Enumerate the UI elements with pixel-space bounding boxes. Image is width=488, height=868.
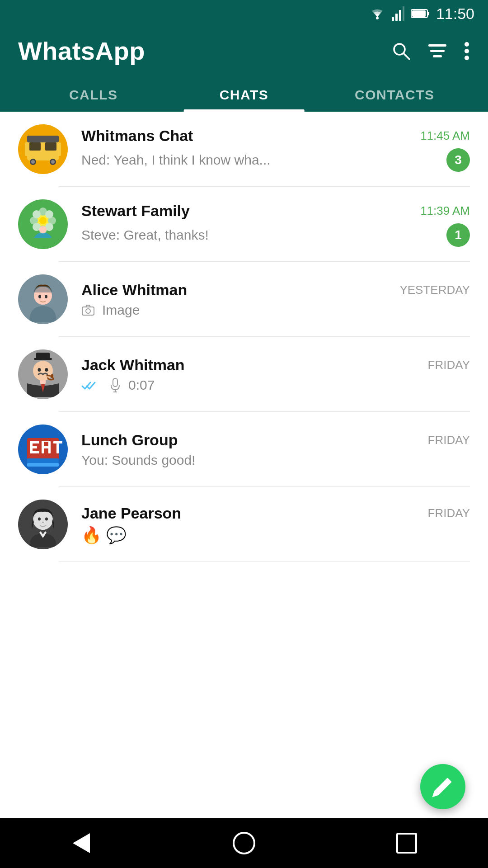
- chat-time: FRIDAY: [428, 358, 470, 372]
- chat-time: YESTERDAY: [399, 283, 470, 297]
- battery-icon: [411, 9, 430, 19]
- mic-icon: [109, 378, 121, 392]
- avatar: [18, 425, 68, 474]
- svg-point-0: [376, 17, 379, 19]
- svg-rect-66: [27, 458, 59, 463]
- list-item[interactable]: Alice Whitman YESTERDAY Image: [0, 262, 488, 337]
- chat-header-row: Whitmans Chat 11:45 AM: [81, 127, 470, 145]
- svg-point-40: [38, 295, 41, 298]
- svg-rect-11: [430, 50, 445, 52]
- svg-point-50: [45, 368, 48, 372]
- chat-content: Lunch Group FRIDAY You: Sounds good!: [81, 431, 470, 468]
- chat-header-row: Alice Whitman YESTERDAY: [81, 281, 470, 299]
- chat-name: Alice Whitman: [81, 281, 187, 299]
- svg-point-70: [35, 512, 51, 530]
- home-button[interactable]: [226, 825, 262, 861]
- chat-preview-row: Steve: Great, thanks! 1: [81, 223, 470, 247]
- svg-rect-25: [27, 136, 59, 142]
- svg-rect-51: [51, 374, 53, 378]
- chat-preview: You: Sounds good!: [81, 453, 195, 468]
- svg-point-46: [33, 361, 53, 381]
- svg-point-41: [45, 295, 47, 298]
- bottom-nav: [0, 818, 488, 868]
- chat-header-row: Jack Whitman FRIDAY: [81, 356, 470, 374]
- list-item[interactable]: Jack Whitman FRIDAY: [0, 337, 488, 412]
- back-icon: [73, 833, 90, 853]
- chat-name: Jane Pearson: [81, 505, 181, 522]
- recents-button[interactable]: [389, 825, 425, 861]
- chat-name: Stewart Family: [81, 202, 190, 220]
- svg-rect-7: [412, 10, 426, 17]
- chat-preview-row: 0:07: [81, 377, 470, 393]
- status-icons: 11:50: [369, 5, 474, 23]
- svg-rect-12: [433, 55, 442, 57]
- svg-rect-19: [29, 142, 41, 151]
- chat-content: Alice Whitman YESTERDAY Image: [81, 281, 470, 318]
- svg-point-22: [31, 160, 35, 164]
- compose-icon: [431, 775, 455, 798]
- filter-icon[interactable]: [427, 42, 447, 60]
- more-icon[interactable]: [464, 41, 470, 61]
- chat-time: 11:39 AM: [420, 204, 470, 218]
- chat-list: Whitmans Chat 11:45 AM Ned: Yeah, I thin…: [0, 112, 488, 818]
- svg-rect-63: [42, 446, 51, 448]
- camera-icon: [81, 304, 95, 316]
- chat-content: Jane Pearson FRIDAY 🔥 💬: [81, 505, 470, 545]
- svg-rect-48: [36, 353, 50, 359]
- list-item[interactable]: Stewart Family 11:39 AM Steve: Great, th…: [0, 187, 488, 262]
- chat-time: FRIDAY: [428, 433, 470, 447]
- search-icon[interactable]: [391, 41, 411, 61]
- double-check-icon: [81, 380, 102, 391]
- svg-rect-20: [45, 142, 56, 151]
- avatar: [18, 199, 68, 249]
- svg-point-49: [38, 368, 41, 372]
- chat-preview-row: You: Sounds good!: [81, 453, 470, 468]
- chat-header-row: Jane Pearson FRIDAY: [81, 505, 470, 522]
- tabs-bar: CALLS CHATS CONTACTS: [18, 76, 470, 112]
- chat-time: 11:45 AM: [420, 129, 470, 143]
- svg-rect-10: [428, 44, 446, 47]
- svg-point-24: [51, 160, 55, 164]
- svg-point-36: [39, 217, 47, 224]
- svg-rect-3: [399, 10, 401, 21]
- list-item[interactable]: Whitmans Chat 11:45 AM Ned: Yeah, I thin…: [0, 112, 488, 187]
- svg-rect-6: [427, 12, 429, 15]
- header-top: WhatsApp: [18, 36, 470, 76]
- chat-preview: Steve: Great, thanks!: [81, 227, 209, 243]
- svg-point-43: [86, 309, 90, 313]
- chat-header-row: Stewart Family 11:39 AM: [81, 202, 470, 220]
- tab-contacts[interactable]: CONTACTS: [319, 76, 470, 112]
- chat-name: Jack Whitman: [81, 356, 185, 374]
- recent-icon: [396, 833, 417, 854]
- svg-rect-1: [392, 17, 394, 21]
- app-header: WhatsApp CALLS CHA: [0, 27, 488, 112]
- list-item[interactable]: Lunch Group FRIDAY You: Sounds good!: [0, 412, 488, 487]
- svg-rect-42: [82, 307, 94, 315]
- avatar: [18, 500, 68, 549]
- compose-button[interactable]: [420, 764, 465, 809]
- unread-badge: 3: [446, 148, 470, 172]
- chat-preview-row: 🔥 💬: [81, 526, 470, 545]
- chat-content: Whitmans Chat 11:45 AM Ned: Yeah, I thin…: [81, 127, 470, 172]
- avatar: [18, 124, 68, 174]
- app-title: WhatsApp: [18, 36, 145, 66]
- chat-content: Stewart Family 11:39 AM Steve: Great, th…: [81, 202, 470, 247]
- tab-chats[interactable]: CHATS: [169, 76, 319, 112]
- chat-header-row: Lunch Group FRIDAY: [81, 431, 470, 449]
- back-button[interactable]: [63, 825, 99, 861]
- svg-point-14: [465, 49, 469, 53]
- chat-preview: 🔥 💬: [81, 526, 127, 545]
- svg-point-15: [465, 56, 469, 60]
- avatar: [18, 349, 68, 399]
- avatar: [18, 274, 68, 324]
- unread-badge: 1: [446, 223, 470, 247]
- chat-name: Lunch Group: [81, 431, 178, 449]
- svg-point-13: [465, 42, 469, 47]
- svg-rect-60: [30, 441, 33, 453]
- list-item[interactable]: Jane Pearson FRIDAY 🔥 💬: [0, 487, 488, 562]
- tab-calls[interactable]: CALLS: [18, 76, 169, 112]
- header-actions: [391, 41, 470, 61]
- chat-preview: 0:07: [81, 377, 155, 393]
- svg-point-32: [33, 210, 41, 218]
- status-time: 11:50: [436, 5, 474, 23]
